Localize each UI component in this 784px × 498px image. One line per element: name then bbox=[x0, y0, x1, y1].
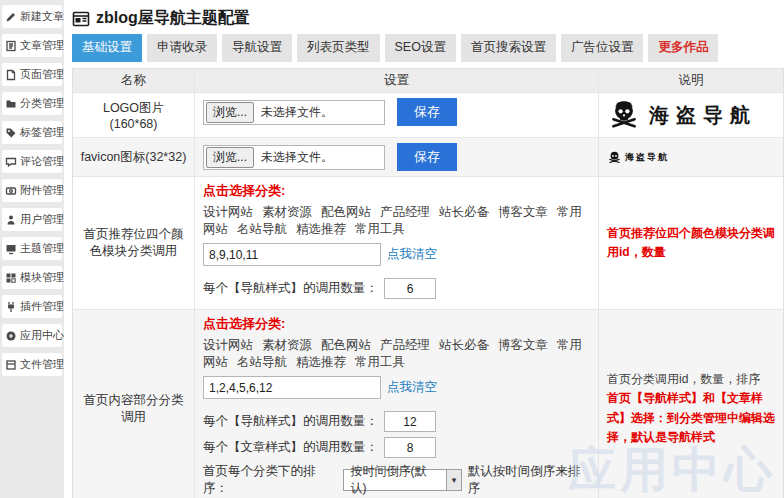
category-link[interactable]: 站长必备 bbox=[439, 338, 489, 352]
admin-sidebar: 新建文章 文章管理 页面管理 分类管理 标签管理 评论管理 附件管理 用户管理 … bbox=[0, 0, 64, 498]
category-link[interactable]: 设计网站 bbox=[203, 205, 253, 219]
article-style-count-label: 每个【文章样式】的调用数量： bbox=[203, 439, 378, 456]
clear-ids-link[interactable]: 点我清空 bbox=[387, 379, 437, 396]
comment-manage-icon bbox=[5, 156, 17, 168]
category-link[interactable]: 素材资源 bbox=[262, 338, 312, 352]
sidebar-item-label: 新建文章 bbox=[20, 9, 64, 24]
recommend-category-ids-input[interactable] bbox=[203, 243, 381, 266]
sidebar-item-label: 插件管理 bbox=[20, 299, 64, 314]
category-link[interactable]: 素材资源 bbox=[262, 205, 312, 219]
recommend-nav-count-input[interactable] bbox=[384, 278, 436, 299]
content-category-ids-input[interactable] bbox=[203, 376, 381, 399]
category-link-list: 设计网站素材资源配色网站产品经理站长必备博客文章常用网站名站导航精选推荐常用工具 bbox=[203, 337, 590, 371]
sidebar-item-label: 附件管理 bbox=[20, 183, 64, 198]
category-link[interactable]: 精选推荐 bbox=[296, 222, 346, 236]
tab-more-works[interactable]: 更多作品 bbox=[648, 34, 718, 62]
main-content: zblog屋导航主题配置 基础设置 申请收录 导航设置 列表页类型 SEO设置 … bbox=[68, 0, 784, 498]
tab-nav-settings[interactable]: 导航设置 bbox=[222, 34, 292, 62]
sidebar-item-label: 标签管理 bbox=[20, 125, 64, 140]
theme-config-icon bbox=[72, 10, 90, 28]
tab-apply-inclusion[interactable]: 申请收录 bbox=[147, 34, 217, 62]
sidebar-item-plugin-manage[interactable]: 插件管理 bbox=[2, 295, 62, 318]
tab-seo-settings[interactable]: SEO设置 bbox=[385, 34, 456, 62]
category-link-list: 设计网站素材资源配色网站产品经理站长必备博客文章常用网站名站导航精选推荐常用工具 bbox=[203, 204, 590, 238]
save-favicon-button[interactable]: 保存 bbox=[397, 143, 457, 171]
category-link[interactable]: 产品经理 bbox=[380, 338, 430, 352]
sidebar-item-article-manage[interactable]: 文章管理 bbox=[2, 34, 62, 57]
row-note: 首页推荐位四个颜色模块分类调用id，数量 bbox=[607, 224, 775, 262]
category-link[interactable]: 产品经理 bbox=[380, 205, 430, 219]
category-link[interactable]: 配色网站 bbox=[321, 338, 371, 352]
category-link[interactable]: 配色网站 bbox=[321, 205, 371, 219]
pirate-skull-icon bbox=[607, 150, 622, 165]
sidebar-item-label: 主题管理 bbox=[20, 241, 64, 256]
tab-list-page-type[interactable]: 列表页类型 bbox=[297, 34, 380, 62]
browse-button[interactable]: 浏览... bbox=[206, 147, 254, 168]
nav-style-count-label: 每个【导航样式】的调用数量： bbox=[203, 280, 378, 297]
logo-preview-text: 海盗导航 bbox=[649, 102, 757, 129]
col-header-note: 说明 bbox=[599, 69, 783, 92]
col-header-name: 名称 bbox=[73, 69, 195, 92]
category-link[interactable]: 博客文章 bbox=[498, 205, 548, 219]
sidebar-item-comment-manage[interactable]: 评论管理 bbox=[2, 150, 62, 173]
clear-ids-link[interactable]: 点我清空 bbox=[387, 246, 437, 263]
file-status-text: 未选择文件。 bbox=[261, 104, 333, 121]
favicon-file-input[interactable]: 浏览... 未选择文件。 bbox=[203, 145, 385, 170]
content-nav-count-input[interactable] bbox=[384, 411, 436, 432]
file-status-text: 未选择文件。 bbox=[261, 149, 333, 166]
col-header-setting: 设置 bbox=[195, 69, 599, 92]
sidebar-item-tag-manage[interactable]: 标签管理 bbox=[2, 121, 62, 144]
sidebar-item-page-manage[interactable]: 页面管理 bbox=[2, 63, 62, 86]
sidebar-item-app-center[interactable]: 应用中心 bbox=[2, 324, 62, 347]
table-row-logo: LOGO图片(160*68) 浏览... 未选择文件。 保存 海盗导航 bbox=[73, 93, 783, 138]
pirate-skull-icon bbox=[607, 98, 641, 132]
sidebar-item-label: 用户管理 bbox=[20, 212, 64, 227]
sidebar-item-new-article[interactable]: 新建文章 bbox=[2, 5, 62, 28]
page-title: zblog屋导航主题配置 bbox=[96, 8, 250, 29]
sort-select[interactable]: 按时间倒序(默认) ▾ bbox=[343, 469, 461, 491]
category-link[interactable]: 名站导航 bbox=[237, 222, 287, 236]
category-link[interactable]: 站长必备 bbox=[439, 205, 489, 219]
favicon-preview: 海盗导航 bbox=[607, 150, 775, 165]
tab-basic-settings[interactable]: 基础设置 bbox=[72, 34, 142, 62]
save-logo-button[interactable]: 保存 bbox=[397, 98, 457, 126]
category-link[interactable]: 精选推荐 bbox=[296, 355, 346, 369]
browse-button[interactable]: 浏览... bbox=[206, 102, 254, 123]
sidebar-item-category-manage[interactable]: 分类管理 bbox=[2, 92, 62, 115]
category-link[interactable]: 设计网站 bbox=[203, 338, 253, 352]
category-link[interactable]: 名站导航 bbox=[237, 355, 287, 369]
category-link[interactable]: 常用工具 bbox=[355, 355, 405, 369]
table-row-favicon: favicon图标(32*32) 浏览... 未选择文件。 保存 海盗导航 bbox=[73, 138, 783, 177]
favicon-preview-text: 海盗导航 bbox=[625, 151, 669, 164]
sidebar-item-label: 评论管理 bbox=[20, 154, 64, 169]
sort-selected-value: 按时间倒序(默认) bbox=[344, 463, 446, 497]
config-table: 名称 设置 说明 LOGO图片(160*68) 浏览... 未选择文件。 保存 … bbox=[72, 68, 784, 498]
tag-manage-icon bbox=[5, 127, 17, 139]
category-manage-icon bbox=[5, 98, 17, 110]
sidebar-item-theme-manage[interactable]: 主题管理 bbox=[2, 237, 62, 260]
sidebar-item-label: 应用中心 bbox=[20, 328, 64, 343]
page-title-bar: zblog屋导航主题配置 bbox=[68, 0, 784, 34]
sidebar-item-label: 文章管理 bbox=[20, 38, 64, 53]
sidebar-item-module-manage[interactable]: 模块管理 bbox=[2, 266, 62, 289]
row-note-red: 首页【导航样式】和【文章样式】选择：到分类管理中编辑选择，默认是导航样式 bbox=[607, 389, 775, 447]
new-article-icon bbox=[5, 11, 17, 23]
table-header-row: 名称 设置 说明 bbox=[73, 69, 783, 93]
nav-style-count-label: 每个【导航样式】的调用数量： bbox=[203, 413, 378, 430]
sidebar-item-user-manage[interactable]: 用户管理 bbox=[2, 208, 62, 231]
content-article-count-input[interactable] bbox=[384, 437, 436, 458]
category-link[interactable]: 常用工具 bbox=[355, 222, 405, 236]
sidebar-item-attachment-manage[interactable]: 附件管理 bbox=[2, 179, 62, 202]
table-row-content-categories: 首页内容部分分类调用 点击选择分类: 设计网站素材资源配色网站产品经理站长必备博… bbox=[73, 310, 783, 498]
category-link[interactable]: 博客文章 bbox=[498, 338, 548, 352]
row-note: 首页分类调用id，数量，排序 bbox=[607, 370, 775, 389]
module-manage-icon bbox=[5, 272, 17, 284]
logo-file-input[interactable]: 浏览... 未选择文件。 bbox=[203, 100, 385, 125]
pirate-logo-preview: 海盗导航 bbox=[607, 98, 775, 132]
sort-label: 首页每个分类下的排序： bbox=[203, 463, 337, 497]
tab-home-search-settings[interactable]: 首页搜索设置 bbox=[461, 34, 556, 62]
tab-ad-settings[interactable]: 广告位设置 bbox=[561, 34, 644, 62]
page-manage-icon bbox=[5, 69, 17, 81]
sidebar-item-label: 文件管理 bbox=[20, 357, 64, 372]
sidebar-item-file-manage[interactable]: 文件管理 bbox=[2, 353, 62, 376]
